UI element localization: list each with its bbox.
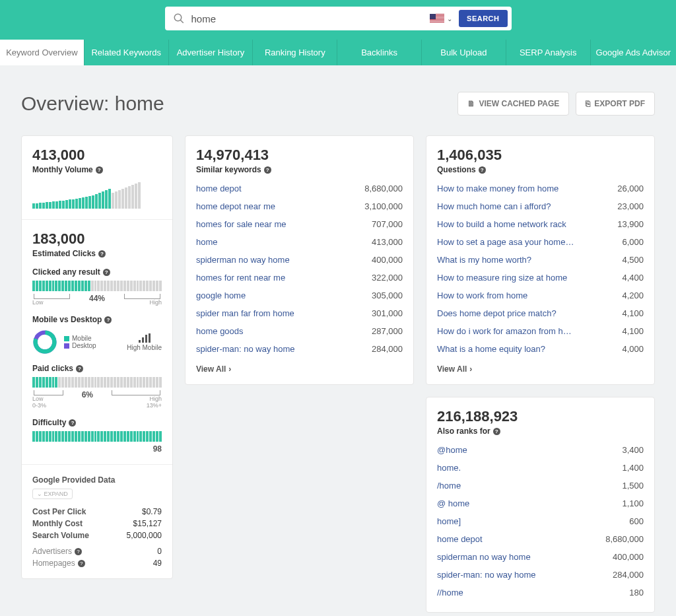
help-icon[interactable]: ? bbox=[96, 166, 103, 174]
view-all-similar[interactable]: View All› bbox=[196, 364, 403, 374]
keyword-value: 23,000 bbox=[617, 201, 644, 211]
clicked-any-label: Clicked any result bbox=[32, 267, 100, 277]
keyword-value: 287,000 bbox=[372, 326, 403, 336]
advertisers-value: 0 bbox=[157, 547, 162, 556]
list-item: How much home can i afford?23,000 bbox=[437, 197, 644, 215]
keyword-link[interactable]: home bbox=[196, 237, 218, 247]
export-pdf-button[interactable]: ⎘EXPORT PDF bbox=[576, 92, 655, 116]
keyword-link[interactable]: home goods bbox=[196, 326, 244, 336]
search-button[interactable]: SEARCH bbox=[459, 10, 507, 27]
view-cached-button[interactable]: 🗎VIEW CACHED PAGE bbox=[457, 92, 570, 116]
tab-bulk-upload[interactable]: Bulk Upload bbox=[422, 40, 506, 65]
low-label: Low bbox=[32, 395, 44, 402]
keyword-value: 600 bbox=[629, 516, 644, 526]
list-item: What is my home worth?4,500 bbox=[437, 251, 644, 269]
cpc-label: Cost Per Click bbox=[32, 507, 86, 516]
list-item: home depot near me3,100,000 bbox=[196, 197, 403, 215]
keyword-link[interactable]: How much home can i afford? bbox=[437, 201, 551, 211]
list-item: spiderman no way home400,000 bbox=[196, 251, 403, 269]
google-data-label: Google Provided Data bbox=[32, 475, 162, 485]
keyword-value: 8,680,000 bbox=[605, 534, 644, 544]
keyword-link[interactable]: What is my home worth? bbox=[437, 255, 531, 265]
keyword-link[interactable]: How to set a page asa your home page usi… bbox=[437, 237, 576, 247]
view-all-questions[interactable]: View All› bbox=[437, 364, 644, 374]
keyword-link[interactable]: spider-man: no way home bbox=[437, 570, 536, 580]
keyword-link[interactable]: @ home bbox=[437, 498, 469, 508]
search-volume-label: Search Volume bbox=[32, 531, 89, 540]
help-icon[interactable]: ? bbox=[98, 250, 106, 257]
help-icon[interactable]: ? bbox=[493, 428, 500, 435]
list-item: spider-man: no way home284,000 bbox=[437, 566, 644, 584]
header: ⌄ SEARCH Keyword OverviewRelated Keyword… bbox=[0, 0, 676, 65]
svg-point-0 bbox=[174, 14, 182, 21]
help-icon[interactable]: ? bbox=[78, 560, 85, 567]
list-item: spider man far from home301,000 bbox=[196, 304, 403, 322]
keyword-link[interactable]: How to work from home bbox=[437, 291, 527, 300]
keyword-value: 413,000 bbox=[372, 237, 403, 247]
keyword-link[interactable]: home. bbox=[437, 463, 461, 473]
keyword-link[interactable]: How to build a home network rack bbox=[437, 219, 566, 229]
similar-list: home depot8,680,000home depot near me3,1… bbox=[196, 180, 403, 358]
keyword-value: 4,500 bbox=[622, 255, 644, 265]
keyword-link[interactable]: How to make money from home bbox=[437, 184, 558, 193]
keyword-link[interactable]: home depot bbox=[437, 534, 483, 544]
tab-google-ads-advisor[interactable]: Google Ads Advisor bbox=[591, 40, 676, 65]
list-item: home.1,400 bbox=[437, 459, 644, 477]
keyword-link[interactable]: spider-man: no way home bbox=[196, 344, 295, 354]
similar-label: Similar keywords bbox=[196, 165, 261, 174]
help-icon[interactable]: ? bbox=[264, 166, 271, 174]
legend-mobile-label: Mobile bbox=[72, 335, 91, 342]
keyword-link[interactable]: What is a home equity loan? bbox=[437, 344, 545, 354]
keyword-link[interactable]: Does home depot price match? bbox=[437, 308, 557, 318]
expand-button[interactable]: ⌄ EXPAND bbox=[32, 489, 73, 499]
keyword-link[interactable]: spider man far from home bbox=[196, 308, 294, 318]
list-item: Does home depot price match?4,100 bbox=[437, 304, 644, 322]
monthly-volume-label: Monthly Volume bbox=[32, 165, 93, 174]
keyword-link[interactable]: @home bbox=[437, 445, 467, 455]
tab-backlinks[interactable]: Backlinks bbox=[337, 40, 422, 65]
help-icon[interactable]: ? bbox=[104, 316, 112, 324]
tab-related-keywords[interactable]: Related Keywords bbox=[84, 40, 169, 65]
help-icon[interactable]: ? bbox=[75, 548, 82, 555]
list-item: How to make money from home26,000 bbox=[437, 180, 644, 197]
help-icon[interactable]: ? bbox=[103, 269, 110, 276]
monthly-volume-value: 413,000 bbox=[32, 147, 162, 164]
tab-advertiser-history[interactable]: Advertiser History bbox=[169, 40, 254, 65]
similar-count: 14,970,413 bbox=[196, 147, 403, 164]
keyword-link[interactable]: /home bbox=[437, 481, 461, 491]
list-item: How to build a home network rack13,900 bbox=[437, 215, 644, 233]
difficulty-label: Difficulty bbox=[32, 418, 66, 427]
keyword-value: 3,100,000 bbox=[364, 201, 403, 211]
help-icon[interactable]: ? bbox=[69, 419, 76, 427]
difficulty-gauge bbox=[32, 431, 162, 442]
help-icon[interactable]: ? bbox=[479, 166, 486, 174]
grid: 413,000 Monthly Volume? 183,000 Estimate… bbox=[21, 135, 655, 616]
paid-clicks-value: 6% bbox=[82, 390, 93, 399]
keyword-link[interactable]: home depot bbox=[196, 184, 242, 193]
help-icon[interactable]: ? bbox=[76, 365, 83, 372]
keyword-link[interactable]: spiderman no way home bbox=[437, 552, 531, 562]
keyword-value: 13,900 bbox=[617, 219, 644, 229]
keyword-link[interactable]: homes for sale near me bbox=[196, 219, 287, 229]
also-ranks-label: Also ranks for bbox=[437, 427, 490, 436]
country-selector[interactable]: ⌄ bbox=[430, 14, 452, 23]
keyword-link[interactable]: //home bbox=[437, 588, 463, 598]
keyword-link[interactable]: homes for rent near me bbox=[196, 273, 285, 283]
search-input[interactable] bbox=[191, 13, 430, 24]
questions-count: 1,406,035 bbox=[437, 147, 644, 164]
keyword-link[interactable]: google home bbox=[196, 291, 246, 300]
keyword-link[interactable]: home depot near me bbox=[196, 201, 275, 211]
keyword-link[interactable]: How do i work for amazon from home? bbox=[437, 326, 576, 336]
list-item: What is a home equity loan?4,000 bbox=[437, 340, 644, 358]
cpc-value: $0.79 bbox=[142, 507, 162, 516]
keyword-link[interactable]: home] bbox=[437, 516, 461, 526]
keyword-link[interactable]: How to measure ring size at home bbox=[437, 273, 567, 283]
tab-ranking-history[interactable]: Ranking History bbox=[253, 40, 337, 65]
keyword-link[interactable]: spiderman no way home bbox=[196, 255, 290, 265]
questions-list: How to make money from home26,000How muc… bbox=[437, 180, 644, 358]
tab-serp-analysis[interactable]: SERP Analysis bbox=[506, 40, 591, 65]
keyword-value: 4,100 bbox=[622, 326, 644, 336]
list-item: home]600 bbox=[437, 512, 644, 530]
tab-keyword-overview[interactable]: Keyword Overview bbox=[0, 40, 84, 65]
list-item: How do i work for amazon from home?4,100 bbox=[437, 322, 644, 340]
